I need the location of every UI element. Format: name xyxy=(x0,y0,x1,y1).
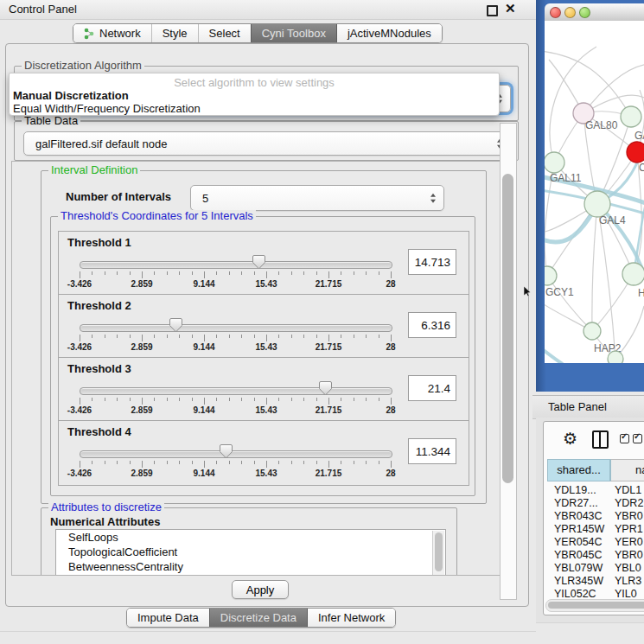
tick-label: 28 xyxy=(372,342,410,352)
network-edge-highlighted[interactable] xyxy=(545,348,579,363)
tick-mark xyxy=(328,335,329,341)
table-row[interactable]: YDR27...YDR2 xyxy=(547,497,644,510)
popup-option-equal-width[interactable]: Equal Width/Frequency Discretization xyxy=(13,102,201,115)
checkbox-checked-icon[interactable] xyxy=(620,434,629,443)
cell-shared-name: YPR145W xyxy=(554,523,604,536)
float-window-icon[interactable] xyxy=(487,5,498,16)
tick-label: 2.859 xyxy=(123,469,161,478)
table-row[interactable]: YBR043CYBR0 xyxy=(547,510,644,523)
cell-shared-name: YDR27... xyxy=(554,497,598,510)
threshold-value-field[interactable]: 21.4 xyxy=(408,375,456,401)
table-panel-title: Table Panel xyxy=(548,400,607,413)
table-row[interactable]: YLR345WYLR3 xyxy=(547,575,644,588)
tab-network[interactable]: Network xyxy=(73,24,151,42)
attribute-list-item[interactable]: SelfLoops xyxy=(56,530,445,545)
table-data-combobox[interactable]: galFiltered.sif default node xyxy=(23,131,511,156)
popup-option-manual[interactable]: Manual Discretization xyxy=(13,89,129,102)
close-panel-icon[interactable]: ✕ xyxy=(505,1,516,16)
slider-track[interactable] xyxy=(80,387,392,395)
table-row[interactable]: YBL079WYBL0 xyxy=(547,562,644,575)
threshold-value-field[interactable]: 14.713 xyxy=(408,249,456,275)
tick-mark xyxy=(341,271,341,275)
tab-infer-network[interactable]: Infer Network xyxy=(307,609,395,627)
tick-mark xyxy=(278,335,279,338)
network-node-c[interactable] xyxy=(627,142,644,163)
table-row[interactable]: YER054CYER0 xyxy=(547,536,644,549)
network-edge[interactable] xyxy=(592,204,597,331)
network-edge[interactable] xyxy=(583,64,644,113)
slider-thumb[interactable] xyxy=(220,444,233,459)
control-panel-tabs: NetworkStyleSelectCyni ToolboxjActiveMNo… xyxy=(73,23,443,43)
tick-label: -3.426 xyxy=(61,342,99,352)
network-node-gal4[interactable] xyxy=(584,191,610,217)
tab-style[interactable]: Style xyxy=(151,24,198,42)
interval-definition-group: Interval Definition Number of Intervals … xyxy=(41,170,487,504)
column-header-shared-name[interactable]: shared... xyxy=(547,459,610,481)
tick-mark xyxy=(204,398,205,405)
number-of-intervals-combobox[interactable]: 5 xyxy=(190,185,444,211)
network-node-ga[interactable] xyxy=(621,106,641,127)
attribute-list-item[interactable]: TopologicalCoefficient xyxy=(56,545,445,559)
columns-icon[interactable] xyxy=(592,430,609,449)
tick-mark xyxy=(179,398,180,401)
tick-mark xyxy=(391,335,392,341)
tick-mark xyxy=(216,335,217,338)
threshold-value-field[interactable]: 6.316 xyxy=(408,312,456,338)
tick-mark xyxy=(303,335,304,338)
tab-cyni-toolbox[interactable]: Cyni Toolbox xyxy=(251,24,336,42)
tick-mark xyxy=(204,461,205,468)
tick-mark xyxy=(117,398,118,401)
network-window-titlebar[interactable] xyxy=(545,3,644,22)
checkbox-checked-icon[interactable] xyxy=(633,434,642,443)
table-row[interactable]: YBR045CYBR0 xyxy=(547,549,644,562)
network-canvas[interactable]: GAL80GACGAL11GAL4GCY1HHAP2 xyxy=(545,21,644,363)
threshold-label: Threshold 3 xyxy=(67,362,131,375)
network-node-hap2[interactable] xyxy=(583,322,601,340)
threshold-value-field[interactable]: 11.344 xyxy=(408,438,456,464)
tick-mark xyxy=(117,335,118,338)
cell-shared-name: YBL079W xyxy=(554,562,603,575)
cell-name: YER0 xyxy=(615,536,643,549)
tab-jactivemnodules[interactable]: jActiveMNodules xyxy=(336,24,442,42)
column-header-name[interactable]: na xyxy=(610,459,644,481)
attributes-list-scrollbar[interactable] xyxy=(432,531,444,576)
slider-thumb[interactable] xyxy=(319,381,332,396)
table-row[interactable]: YDL19...YDL1 xyxy=(547,484,644,497)
table-horizontal-scrollbar[interactable] xyxy=(545,599,644,612)
attribute-list-item[interactable]: BetweennessCentrality xyxy=(56,559,445,574)
tab-label: Network xyxy=(99,27,141,40)
settings-scrollbar[interactable] xyxy=(500,123,517,600)
tick-mark xyxy=(154,335,155,338)
tick-mark xyxy=(316,398,317,401)
tick-mark xyxy=(278,461,279,464)
network-node-h[interactable] xyxy=(622,263,644,285)
slider-thumb[interactable] xyxy=(169,318,182,333)
tick-mark xyxy=(142,398,143,405)
scrollbar-thumb[interactable] xyxy=(502,174,513,483)
network-node[interactable] xyxy=(608,351,623,363)
slider-track[interactable] xyxy=(80,450,392,458)
network-node-gal11[interactable] xyxy=(545,152,564,173)
tab-select[interactable]: Select xyxy=(198,24,251,42)
network-node-gcy1[interactable] xyxy=(545,266,557,285)
slider-track[interactable] xyxy=(80,324,392,332)
slider-thumb[interactable] xyxy=(252,255,265,270)
close-traffic-light[interactable] xyxy=(550,7,561,18)
discretization-algorithm-label: Discretization Algorithm xyxy=(22,60,144,72)
tab-impute-data[interactable]: Impute Data xyxy=(127,609,209,627)
numerical-attributes-list[interactable]: SelfLoopsTopologicalCoefficientBetweenne… xyxy=(55,529,446,576)
tick-mark xyxy=(92,398,92,401)
network-edge[interactable] xyxy=(547,276,592,331)
table-panel-titlebar: Table Panel xyxy=(532,395,644,419)
zoom-traffic-light[interactable] xyxy=(579,7,590,18)
slider-track[interactable] xyxy=(80,261,392,269)
gear-icon[interactable]: ⚙ xyxy=(563,430,577,447)
node-label: GCY1 xyxy=(545,286,574,298)
tick-mark xyxy=(278,398,279,401)
table-row[interactable]: YPR145WYPR1 xyxy=(547,523,644,536)
apply-button[interactable]: Apply xyxy=(232,580,289,599)
minimize-traffic-light[interactable] xyxy=(564,7,576,18)
tab-label: Discretize Data xyxy=(220,611,296,624)
tick-mark xyxy=(303,271,304,275)
tab-discretize-data[interactable]: Discretize Data xyxy=(209,609,307,627)
